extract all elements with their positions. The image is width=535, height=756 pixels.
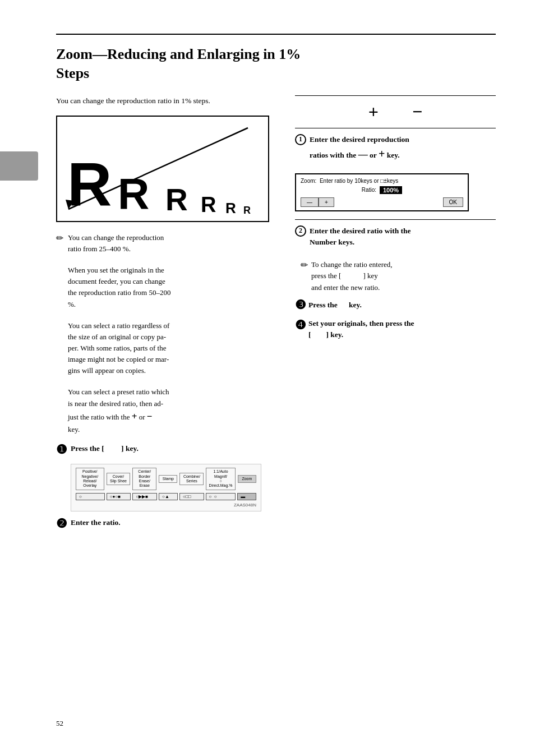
- step-1-number: ❶: [56, 444, 67, 456]
- zaas-label: ZAAS048N: [76, 503, 256, 508]
- r-letter-2: R: [118, 172, 149, 215]
- cp-button-row: ○ ○●○■ ○▶▶■ ○▲ ○□□ ○ ○ ▬: [76, 493, 256, 500]
- cp-btn-1: ○: [76, 493, 105, 500]
- cp-section-magnification: 1:1/Auto Magnif/○ Direct.Mag.%: [206, 468, 236, 490]
- cp-btn-zoom: ▬: [237, 493, 256, 500]
- lcd-display-box: Zoom: Enter ratio by 10keys or □±keys Ra…: [295, 173, 469, 211]
- cp-section-cover: Cover/Slip Shee: [107, 473, 131, 486]
- cp-btn-5: ○□□: [179, 493, 204, 500]
- note-text-3: You can select a ratio regardless ofthe …: [68, 320, 170, 377]
- right-step-3: ❸ Press the key.: [295, 298, 496, 312]
- note-text-1: You can change the reproductionratio fro…: [68, 232, 170, 255]
- lcd-title-row: Zoom: Enter ratio by 10keys or □±keys: [301, 178, 463, 184]
- pencil-icon-right: ✏: [301, 260, 308, 270]
- r-letter-5: R: [225, 201, 236, 215]
- top-rule: [56, 34, 496, 35]
- pencil-icon: ✏: [56, 233, 63, 243]
- right-step-2-circle: 2: [295, 225, 306, 237]
- right-mid-hr-top: [295, 128, 496, 128]
- cp-row-1: Positive/Negative/Reload/Overlay Cover/S…: [76, 468, 256, 490]
- right-step-2: 2 Enter the desired ratio with theNumber…: [295, 225, 496, 255]
- plus-symbol: +: [368, 102, 379, 122]
- lcd-title: Zoom: Enter ratio by 10keys or □±keys: [301, 178, 398, 184]
- right-col-inner: + − 1 Enter the desired reproduction rat…: [295, 95, 496, 341]
- right-step-2-text: Enter the desired ratio with theNumber k…: [310, 225, 411, 248]
- cp-section-combine: Combine/Series: [179, 473, 204, 486]
- r-letter-4: R: [201, 194, 216, 215]
- right-top-hr: [295, 95, 496, 96]
- right-note: ✏ To change the ratio entered, press the…: [301, 259, 496, 293]
- step-2-number: ❷: [56, 518, 67, 530]
- right-step-4-num: ❹: [295, 318, 306, 333]
- r-letter-1: R: [67, 154, 112, 215]
- cp-section-stamp: Stamp: [159, 475, 177, 483]
- page-title: Zoom—Reducing and Enlarging in 1% Steps: [56, 45, 496, 83]
- to-change-text: To change the ratio entered, press the […: [311, 259, 393, 293]
- right-step-3-num: ❸: [295, 298, 306, 312]
- minus-symbol: −: [412, 102, 422, 122]
- lcd-btn-plus[interactable]: +: [319, 197, 334, 207]
- right-step-1-text: Enter the desired reproduction ratios wi…: [310, 134, 409, 162]
- note-text-4: You can select a preset ratio whichis ne…: [68, 386, 170, 435]
- right-step-1: 1 Enter the desired reproduction ratios …: [295, 134, 496, 169]
- r-letter-6: R: [243, 205, 251, 215]
- page-container: Zoom—Reducing and Enlarging in 1% Steps …: [0, 0, 535, 756]
- page-number: 52: [56, 719, 63, 728]
- cp-btn-4: ○▲: [159, 493, 178, 500]
- plus-minus-display: + −: [295, 102, 496, 122]
- left-column: You can change the reproduction ratio in…: [56, 95, 275, 538]
- right-step-3-label: Press the key.: [308, 299, 362, 311]
- right-step-4: ❹ Set your originals, then press the[ ] …: [295, 318, 496, 341]
- right-step-1-circle: 1: [295, 134, 306, 145]
- sidebar-tab: [0, 151, 38, 181]
- step-2: ❷ Enter the ratio.: [56, 517, 275, 530]
- cp-section-center: Center/Border Erase/Erase: [132, 468, 156, 490]
- lcd-ratio-label: Ratio:: [362, 187, 376, 193]
- lcd-btn-minus[interactable]: —: [301, 197, 319, 207]
- step-2-label: Enter the ratio.: [71, 517, 121, 528]
- cp-row-2: ○ ○●○■ ○▶▶■ ○▲ ○□□ ○ ○ ▬: [76, 493, 256, 500]
- right-column: + − 1 Enter the desired reproduction rat…: [295, 95, 496, 347]
- note-text-block: You can change the reproductionratio fro…: [68, 232, 170, 435]
- note-text-2: When you set the originals in thedocumen…: [68, 265, 170, 310]
- lcd-btn-row: — + OK: [301, 197, 463, 207]
- cp-btn-2: ○●○■: [107, 493, 131, 500]
- step-1: ❶ Press the [ ] key.: [56, 443, 275, 456]
- intro-text: You can change the reproduction ratio in…: [56, 95, 275, 107]
- r-letters: R R R R R R: [67, 122, 258, 215]
- cp-section-zoom: Zoom: [238, 475, 256, 483]
- cp-btn-3: ○▶▶■: [132, 493, 157, 500]
- step-1-label: Press the [ ] key.: [71, 443, 139, 454]
- two-col-layout: You can change the reproduction ratio in…: [56, 95, 496, 538]
- cp-section-positive: Positive/Negative/Reload/Overlay: [76, 468, 104, 490]
- right-step-4-label: Set your originals, then press the[ ] ke…: [308, 318, 414, 341]
- r-letter-3: R: [165, 185, 188, 215]
- control-panel-image: Positive/Negative/Reload/Overlay Cover/S…: [71, 464, 261, 511]
- cp-btn-6: ○ ○: [206, 493, 236, 500]
- lcd-ratio-row: Ratio: 100%: [301, 186, 463, 194]
- lcd-ratio-value: 100%: [380, 186, 402, 194]
- right-mid-hr-2: [295, 219, 496, 220]
- r-image-box: R R R R R R: [56, 116, 269, 222]
- lcd-btn-ok[interactable]: OK: [443, 197, 463, 207]
- pencil-note-block: ✏ You can change the reproductionratio f…: [56, 232, 275, 435]
